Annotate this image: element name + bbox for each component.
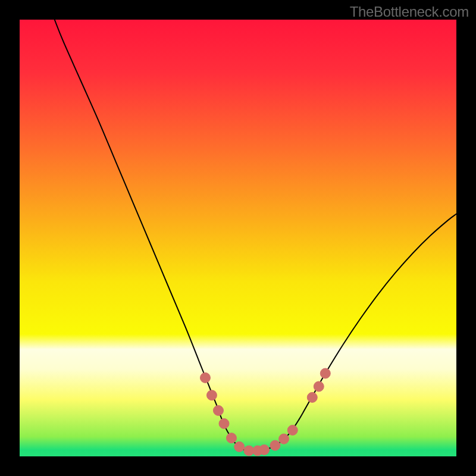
- curve-marker: [270, 440, 280, 450]
- curve-marker: [279, 434, 289, 444]
- curve-marker: [206, 390, 217, 400]
- curve-marker: [259, 444, 270, 455]
- plot-area: [20, 20, 456, 456]
- watermark-text: TheBottleneck.com: [350, 4, 469, 20]
- gradient-background: [20, 20, 456, 456]
- curve-marker: [213, 405, 223, 415]
- curve-marker: [234, 441, 245, 452]
- curve-marker: [320, 368, 330, 378]
- curve-marker: [200, 372, 210, 383]
- curve-marker: [287, 425, 298, 435]
- chart-svg: [20, 20, 456, 456]
- curve-marker: [219, 418, 229, 428]
- curve-marker: [226, 433, 236, 443]
- chart-frame: TheBottleneck.com: [0, 0, 476, 476]
- curve-marker: [314, 381, 324, 392]
- curve-marker: [307, 392, 317, 402]
